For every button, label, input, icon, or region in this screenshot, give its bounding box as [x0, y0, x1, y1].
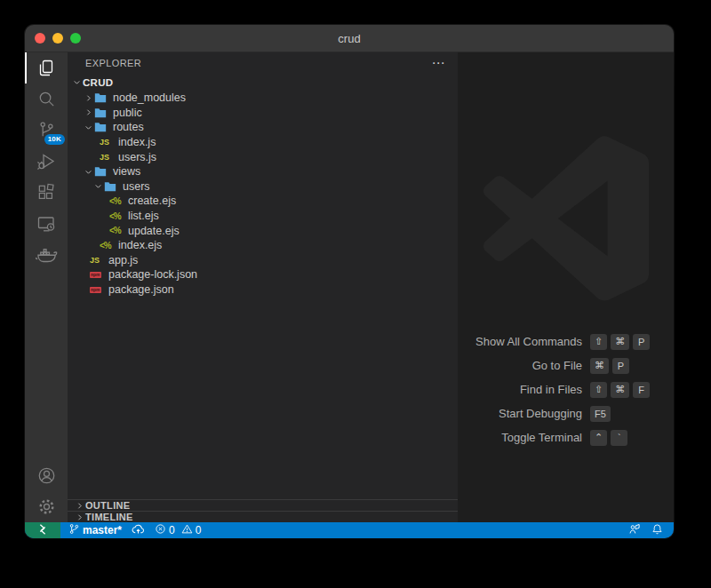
activity-item-source-control[interactable]: 10K	[25, 115, 68, 146]
chevron-down-icon[interactable]	[92, 182, 104, 190]
file-label: update.ejs	[128, 225, 180, 237]
keycap: ⌘	[590, 358, 609, 374]
tree-item-app-js[interactable]: JSapp.js	[68, 253, 458, 268]
activity-bar: 10K	[25, 52, 68, 522]
activity-item-settings[interactable]	[25, 491, 68, 522]
tree-item-public[interactable]: public	[68, 106, 458, 121]
sidebar-title: EXPLORER	[85, 58, 141, 68]
activity-item-remote-explorer[interactable]	[25, 208, 68, 239]
search-icon	[36, 89, 57, 109]
more-actions-icon[interactable]: ⋯	[432, 59, 445, 68]
tree-item-create-ejs[interactable]: <%create.ejs	[68, 194, 458, 209]
section-label: OUTLINE	[85, 500, 130, 511]
activity-item-extensions[interactable]	[25, 177, 68, 208]
notifications-bell-icon[interactable]	[651, 523, 663, 538]
traffic-lights	[25, 33, 81, 44]
keycap: F5	[590, 406, 611, 422]
file-label: list.ejs	[128, 210, 159, 222]
npm-file-icon: npm	[90, 287, 106, 293]
feedback-icon[interactable]	[628, 523, 641, 537]
file-label: index.ejs	[118, 239, 162, 251]
remote-explorer-icon	[36, 213, 57, 234]
activity-item-search[interactable]	[25, 83, 68, 115]
chevron-down-icon[interactable]	[83, 168, 94, 176]
scm-badge: 10K	[44, 134, 65, 145]
js-file-icon: JS	[100, 153, 116, 162]
source-branch-icon	[68, 523, 80, 537]
explorer-icon	[36, 58, 57, 79]
chevron-down-icon[interactable]	[83, 123, 94, 131]
tree-item-users-js[interactable]: JSusers.js	[68, 149, 458, 164]
branch-status[interactable]: master*	[68, 523, 122, 537]
shortcut-keys: F5	[590, 406, 611, 422]
shortcut-label: Toggle Terminal	[458, 431, 582, 444]
tree-item-users[interactable]: users	[68, 179, 458, 195]
close-window-button[interactable]	[35, 33, 45, 44]
folder-icon	[104, 181, 120, 192]
settings-icon	[36, 497, 57, 517]
root-folder-label: CRUD	[83, 77, 113, 88]
account-icon	[36, 465, 57, 486]
tree-item-package-lock-json[interactable]: npmpackage-lock.json	[68, 267, 458, 282]
file-label: users	[123, 180, 150, 193]
tree-item-package-json[interactable]: npmpackage.json	[68, 282, 458, 298]
chevron-right-icon[interactable]	[83, 108, 94, 116]
section-outline[interactable]: OUTLINE	[68, 499, 458, 511]
file-label: views	[113, 165, 140, 178]
file-label: package.json	[108, 283, 174, 296]
shortcut-row: Show All Commands⇧⌘P	[458, 330, 674, 354]
activity-item-docker[interactable]	[25, 239, 68, 270]
file-label: routes	[113, 121, 144, 133]
remote-indicator[interactable]	[25, 522, 60, 538]
keycap: ⌃	[590, 430, 607, 446]
tree-root-crud[interactable]: CRUD	[68, 74, 458, 91]
section-timeline[interactable]: TIMELINE	[68, 511, 458, 522]
file-label: package-lock.json	[108, 268, 197, 281]
folder-icon	[94, 122, 110, 132]
cloud-upload-icon	[132, 523, 145, 537]
minimize-window-button[interactable]	[52, 33, 63, 44]
file-label: create.ejs	[128, 195, 176, 207]
folder-icon	[94, 92, 110, 103]
tree-item-views[interactable]: views	[68, 164, 458, 179]
keycap: ⇧	[590, 334, 607, 350]
file-label: public	[113, 107, 142, 119]
shortcut-label: Start Debugging	[458, 407, 582, 420]
ejs-file-icon: <%	[100, 241, 116, 250]
chevron-right-icon[interactable]	[83, 94, 94, 102]
tree-item-node-modules[interactable]: node_modules	[68, 91, 458, 106]
folder-icon	[94, 166, 110, 177]
tree-item-routes[interactable]: routes	[68, 120, 458, 135]
tree-item-index-js[interactable]: JSindex.js	[68, 135, 458, 150]
file-label: node_modules	[113, 91, 186, 104]
title-bar[interactable]: crud	[25, 25, 674, 52]
shortcut-row: Find in Files⇧⌘F	[458, 377, 674, 401]
docker-icon	[36, 243, 58, 266]
chevron-down-icon[interactable]	[71, 78, 83, 86]
section-label: TIMELINE	[85, 512, 133, 522]
chevron-right-icon	[73, 513, 85, 521]
publish-changes-button[interactable]	[132, 523, 145, 537]
activity-item-account[interactable]	[25, 460, 68, 491]
js-file-icon: JS	[90, 256, 106, 265]
error-icon	[155, 523, 166, 537]
npm-file-icon: npm	[90, 272, 106, 278]
window-title: crud	[25, 32, 674, 45]
tree-item-index-ejs[interactable]: <%index.ejs	[68, 238, 458, 253]
shortcut-keys: ⇧⌘F	[590, 382, 650, 398]
js-file-icon: JS	[100, 138, 116, 147]
tree-item-list-ejs[interactable]: <%list.ejs	[68, 209, 458, 224]
tree-item-update-ejs[interactable]: <%update.ejs	[68, 223, 458, 238]
shortcut-label: Go to File	[458, 359, 582, 372]
ejs-file-icon: <%	[109, 196, 125, 206]
activity-item-explorer[interactable]	[25, 52, 68, 83]
shortcut-keys: ⌃`	[590, 430, 627, 446]
shortcut-label: Show All Commands	[458, 335, 582, 348]
activity-item-run-debug[interactable]	[25, 146, 68, 177]
zoom-window-button[interactable]	[70, 33, 81, 44]
shortcut-keys: ⇧⌘P	[590, 334, 650, 350]
keycap: F	[633, 382, 650, 398]
chevron-right-icon	[73, 502, 85, 510]
warning-count: 0	[196, 524, 202, 536]
problems-status[interactable]: 0 0	[155, 523, 201, 537]
